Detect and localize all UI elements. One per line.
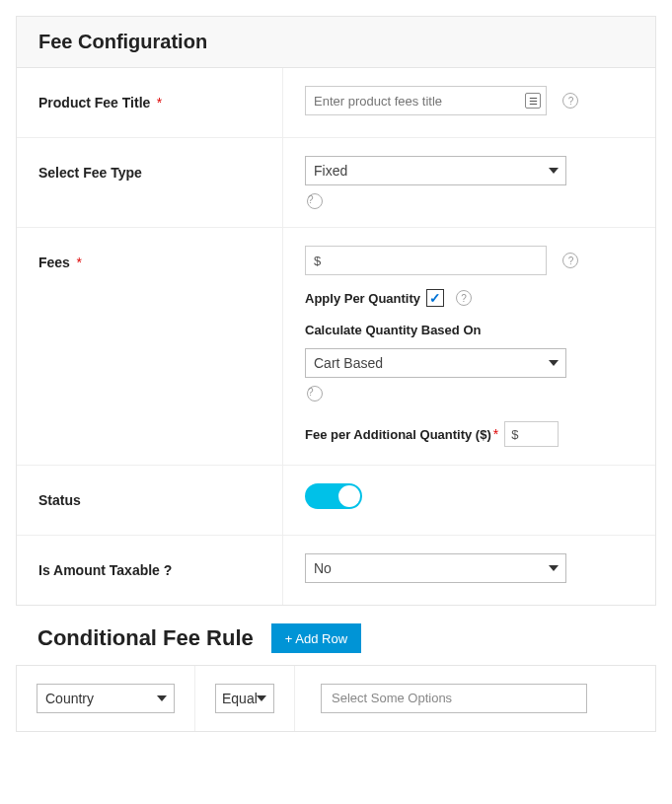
help-icon[interactable]: ? [307,386,323,402]
taxable-dropdown[interactable]: No [305,553,566,583]
row-product-fee-title: Product Fee Title * ☰ ? [17,68,655,138]
input-col: Fixed ? [283,138,655,227]
label-col: Status [17,466,283,535]
apply-per-qty-label: Apply Per Quantity [305,291,420,306]
calc-qty-based-on-block: Calculate Quantity Based On Cart Based ? [305,321,634,402]
label-col: Fees * [17,228,283,465]
input-col: No [283,536,655,605]
apply-per-qty-row: Apply Per Quantity ? [305,289,634,307]
condition-row: Country Equal Select Some Options [16,665,656,732]
fee-per-additional-label: Fee per Additional Quantity ($) [305,427,491,442]
conditional-fee-rule-section: Conditional Fee Rule + Add Row Country E… [16,623,656,732]
panel-header: Fee Configuration [17,17,655,68]
autofill-icon: ☰ [525,93,541,109]
select-wrap: Country [37,684,175,713]
calc-qty-label: Calculate Quantity Based On [305,323,481,337]
apply-per-qty-checkbox[interactable] [426,289,444,307]
select-fee-type-label: Select Fee Type [38,165,142,181]
required-indicator: * [157,95,162,110]
select-wrap: Fixed [305,156,566,185]
select-wrap: Equal [215,684,274,713]
product-fee-title-input[interactable] [305,86,547,115]
add-row-button[interactable]: + Add Row [271,623,361,653]
input-col [283,466,655,535]
select-fee-type-dropdown[interactable]: Fixed [305,156,566,185]
section2-header: Conditional Fee Rule + Add Row [16,623,656,665]
fee-configuration-panel: Fee Configuration Product Fee Title * ☰ … [16,16,656,606]
status-toggle[interactable] [305,483,362,509]
condition-operator-dropdown[interactable]: Equal [215,684,274,713]
input-col: ☰ ? [283,68,655,137]
input-wrap: ☰ [305,86,547,115]
panel-title: Fee Configuration [38,31,634,53]
required-indicator: * [76,255,81,270]
row-taxable: Is Amount Taxable ? No [17,536,655,605]
fees-label: Fees [38,255,70,270]
condition-value-multiselect[interactable]: Select Some Options [321,684,587,713]
row-status: Status [17,466,655,536]
help-icon[interactable]: ? [562,253,578,268]
condition-value-cell: Select Some Options [295,666,655,731]
toggle-handle [338,485,360,507]
conditional-fee-rule-title: Conditional Fee Rule [37,625,254,651]
calc-qty-dropdown[interactable]: Cart Based [305,348,566,378]
required-indicator: * [493,426,498,442]
row-select-fee-type: Select Fee Type Fixed ? [17,138,655,228]
product-fee-title-label: Product Fee Title [38,95,150,110]
fee-per-additional-input[interactable] [504,421,559,447]
label-col: Is Amount Taxable ? [17,536,283,605]
help-icon[interactable]: ? [562,93,578,109]
input-col: ? Apply Per Quantity ? Calculate Quantit… [283,228,655,465]
status-label: Status [38,492,81,508]
label-col: Select Fee Type [17,138,283,227]
select-wrap: No [305,553,566,583]
condition-field-cell: Country [17,666,195,731]
condition-operator-cell: Equal [195,666,295,731]
select-wrap: Cart Based [305,348,566,378]
fee-per-additional-row: Fee per Additional Quantity ($) * [305,421,634,447]
fees-input[interactable] [305,246,547,275]
help-icon[interactable]: ? [307,193,323,209]
taxable-label: Is Amount Taxable ? [38,562,172,578]
row-fees: Fees * ? Apply Per Quantity ? Calculate … [17,228,655,466]
help-icon[interactable]: ? [456,290,472,306]
label-col: Product Fee Title * [17,68,283,137]
condition-field-dropdown[interactable]: Country [37,684,175,713]
